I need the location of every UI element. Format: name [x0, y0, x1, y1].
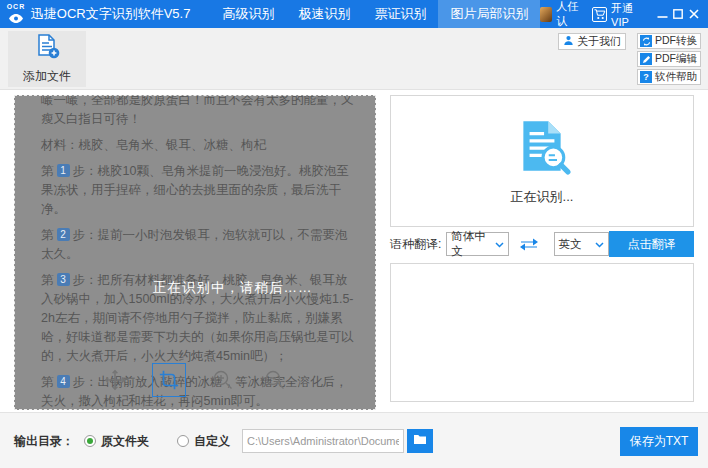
document-search-icon: [513, 117, 571, 179]
folder-icon: [413, 434, 427, 448]
recognition-status-text: 正在识别...: [511, 188, 574, 206]
document-paragraph: 材料：桃胶、皂角米、银耳、冰糖、枸杞: [41, 136, 359, 155]
pdf-convert-label: PDF转换: [655, 34, 697, 48]
step-badge: 2: [57, 228, 70, 241]
zoom-in-icon[interactable]: [208, 365, 238, 395]
recognizing-overlay-text: 正在识别中，请稍后……: [153, 279, 313, 297]
source-language-value: 简体中文: [451, 229, 494, 259]
tab-fast-ocr[interactable]: 极速识别: [286, 0, 362, 28]
tab-advanced-ocr[interactable]: 高级识别: [210, 0, 286, 28]
bottom-bar: 输出目录： 原文件夹 自定义 保存为TXT: [0, 412, 708, 468]
person-icon: [563, 35, 574, 48]
save-as-txt-button[interactable]: 保存为TXT: [620, 427, 698, 456]
target-language-select[interactable]: 英文: [554, 232, 610, 256]
radio-dot: [84, 435, 96, 447]
output-directory-row: 输出目录： 原文件夹 自定义: [14, 429, 433, 453]
zoom-out-icon[interactable]: [260, 365, 290, 395]
source-language-select[interactable]: 简体中文: [446, 232, 508, 256]
paragraph-text: 步：桃胶10颗、皂角米提前一晚浸泡好。桃胶泡至果冻状，用手捏碎，细心的去挑里面的…: [41, 164, 349, 216]
app-window: OCR 迅捷OCR文字识别软件V5.7 高级识别 极速识别 票证识别 图片局部识…: [0, 0, 708, 468]
maximize-icon[interactable]: [670, 0, 686, 28]
add-file-label: 添加文件: [23, 68, 71, 85]
chevron-down-icon: [495, 238, 504, 250]
paragraph-text: 第: [41, 228, 54, 242]
paragraph-text: 第: [41, 164, 54, 178]
pdf-convert-button[interactable]: PDF转换: [637, 33, 701, 49]
radio-dot: [177, 435, 189, 447]
browse-folder-button[interactable]: [407, 429, 433, 453]
crop-icon[interactable]: [152, 363, 186, 397]
translation-bar: 语种翻译: 简体中文 英文 点击翻译: [390, 231, 694, 257]
user-label[interactable]: 人任认: [556, 0, 582, 29]
translation-label: 语种翻译:: [390, 236, 441, 253]
pdf-edit-button[interactable]: PDF编辑: [637, 51, 701, 67]
swap-arrows-icon[interactable]: [517, 237, 541, 251]
paragraph-text: 第: [41, 273, 54, 287]
software-help-button[interactable]: ? 软件帮助: [637, 69, 701, 85]
radio-custom-folder-label: 自定义: [194, 433, 230, 450]
translate-button[interactable]: 点击翻译: [609, 231, 694, 257]
eye-icon: [9, 10, 23, 26]
tab-bar: 高级识别 极速识别 票证识别 图片局部识别: [210, 0, 540, 28]
tab-image-region-ocr[interactable]: 图片局部识别: [438, 0, 540, 28]
tab-ticket-ocr[interactable]: 票证识别: [362, 0, 438, 28]
step-badge: 1: [57, 164, 70, 177]
open-vip-label[interactable]: 开通VIP: [611, 1, 642, 28]
software-help-label: 软件帮助: [655, 70, 697, 84]
output-path-input[interactable]: [242, 429, 404, 453]
paragraph-text: 嘬一嘬，全部都是胶原蛋白！而且不会有太多的能量，又瘦又白指日可待！: [41, 95, 354, 126]
document-paragraph: 嘬一嘬，全部都是胶原蛋白！而且不会有太多的能量，又瘦又白指日可待！: [41, 95, 359, 129]
radio-original-folder-label: 原文件夹: [101, 433, 149, 450]
about-us-label: 关于我们: [577, 34, 621, 49]
radio-custom-folder[interactable]: 自定义: [177, 433, 230, 450]
titlebar-right: 人任认 开通VIP: [540, 0, 702, 29]
step-badge: 3: [57, 273, 70, 286]
paragraph-text: 步：提前一小时泡发银耳，泡软就可以，不需要泡太久。: [41, 228, 348, 261]
cart-icon[interactable]: [592, 7, 607, 22]
edit-icon: [640, 53, 652, 65]
minimize-icon[interactable]: [655, 0, 671, 28]
paragraph-text: 第: [41, 375, 54, 389]
document-paragraph: 第1步：桃胶10颗、皂角米提前一晚浸泡好。桃胶泡至果冻状，用手捏碎，细心的去挑里…: [41, 162, 359, 219]
about-us-button[interactable]: 关于我们: [558, 33, 626, 50]
app-logo: OCR: [6, 3, 26, 26]
target-language-value: 英文: [559, 237, 582, 252]
translation-result-box[interactable]: [390, 263, 694, 402]
titlebar: OCR 迅捷OCR文字识别软件V5.7 高级识别 极速识别 票证识别 图片局部识…: [0, 0, 708, 28]
step-badge: 4: [57, 375, 70, 388]
output-directory-label: 输出目录：: [14, 433, 74, 450]
move-icon[interactable]: [100, 365, 130, 395]
image-preview-panel[interactable]: 嘬一嘬，全部都是胶原蛋白！而且不会有太多的能量，又瘦又白指日可待！ 材料：桃胶、…: [14, 95, 376, 410]
image-tools: [100, 363, 290, 397]
radio-original-folder[interactable]: 原文件夹: [84, 433, 149, 450]
app-title: 迅捷OCR文字识别软件V5.7: [31, 5, 191, 23]
convert-icon: [640, 35, 652, 47]
add-file-icon: [34, 33, 60, 63]
document-paragraph: 第2步：提前一小时泡发银耳，泡软就可以，不需要泡太久。: [41, 226, 359, 264]
avatar[interactable]: [540, 7, 552, 22]
chevron-down-icon: [595, 238, 604, 250]
logo-text: OCR: [7, 3, 26, 10]
close-icon[interactable]: [686, 0, 702, 28]
help-icon: ?: [640, 71, 652, 83]
add-file-button[interactable]: 添加文件: [8, 31, 86, 87]
toolbar: 添加文件 关于我们 PDF转换 PDF编辑 ? 软件帮助: [0, 28, 708, 90]
paragraph-text: 材料：桃胶、皂角米、银耳、冰糖、枸杞: [41, 138, 266, 152]
recognition-status-box: 正在识别...: [390, 95, 694, 227]
pdf-edit-label: PDF编辑: [655, 52, 697, 66]
